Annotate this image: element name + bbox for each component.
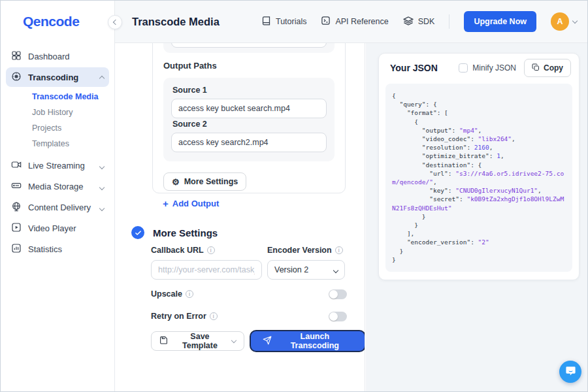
minify-json-control[interactable]: Minify JSON [459,63,516,73]
api-reference-icon [321,16,331,27]
toggle-knob [329,290,338,299]
chevron-down-icon [231,337,237,342]
nav-api-reference[interactable]: API Reference [321,16,388,27]
json-code-line: { [392,91,567,100]
info-icon[interactable] [207,246,215,254]
media-storage-icon [11,180,22,193]
minify-json-label: Minify JSON [472,63,516,73]
sidebar-item-statistics[interactable]: Statistics [6,239,109,259]
add-output-label: Add Output [172,199,219,208]
form-actions: Save Template Launch Transcoding [151,331,365,351]
rocket-icon [263,336,272,347]
json-code-line: } [392,212,567,221]
output-paths-label: Output Paths [163,61,345,71]
video-player-icon [11,222,22,235]
json-code-line: { [392,118,567,126]
toggle-knob [329,312,338,321]
chevron-down-icon [572,18,578,23]
json-code-line: "output": "mp4", [392,126,567,135]
more-settings-button[interactable]: ⚙ More Settings [163,172,246,191]
more-settings-section-header: More Settings [131,226,218,239]
add-output-link[interactable]: + Add Output [163,198,219,209]
chevron-down-icon [100,182,104,191]
sidebar-collapse-button[interactable] [108,15,122,29]
upscale-toggle[interactable] [329,289,347,299]
json-code-line: "format": [ [392,108,567,117]
nav-sdk[interactable]: SDK [403,16,435,28]
sidebar-item-transcode-media[interactable]: Transcode Media [1,89,114,105]
save-icon [159,336,168,346]
sidebar-item-label: Media Storage [28,182,84,191]
sidebar-item-live-streaming[interactable]: Live Streaming [6,155,109,175]
json-code-line: "optimize_bitrate": 1, [392,152,567,160]
save-template-button[interactable]: Save Template [151,331,244,351]
sdk-icon [403,16,414,28]
sidebar-item-templates[interactable]: Templates [1,136,114,152]
upgrade-now-button[interactable]: Upgrade Now [464,11,536,32]
clipped-input[interactable] [171,43,327,48]
json-code-line: "query": { [392,100,567,108]
json-title: Your JSON [390,63,438,73]
json-code-line: "key": "CNUD0gIlerxucyN1Qur1", [392,186,567,195]
sidebar-item-video-player[interactable]: Video Player [6,218,109,238]
launch-transcoding-button[interactable]: Launch Transcoding [251,331,365,351]
sidebar-item-transcoding[interactable]: Transcoding [6,67,109,87]
callback-url-label: Callback URL [151,246,215,255]
sidebar-item-label: Dashboard [28,52,70,61]
info-icon[interactable] [210,312,218,320]
dashboard-icon [11,50,22,63]
statistics-icon [11,243,22,255]
source-2-input[interactable] [171,133,327,152]
json-code[interactable]: { "query": { "format": [ { "output": "mp… [385,84,572,272]
page-title: Transcode Media [132,16,220,28]
app-frame: Transcode Media Tutorials API Reference … [0,0,588,392]
header-divider [449,14,449,29]
sidebar-item-job-history[interactable]: Job History [1,105,114,120]
sidebar-item-content-delivery[interactable]: Content Delivery [6,197,109,217]
live-streaming-icon [11,159,22,172]
json-preview-panel: Your JSON Minify JSON Copy { "query": { … [366,43,587,391]
json-code-line: ], [392,229,567,238]
info-icon[interactable] [186,290,193,298]
source-1-label: Source 1 [172,86,327,95]
sidebar-item-media-storage[interactable]: Media Storage [6,176,109,196]
json-code-line: } [392,221,567,229]
copy-button[interactable]: Copy [524,59,571,77]
info-icon[interactable] [335,246,343,254]
sidebar-item-projects[interactable]: Projects [1,120,114,136]
encoder-version-value: Version 2 [274,265,308,274]
upscale-label: Upscale [151,289,193,299]
chevron-down-icon [100,203,104,212]
sidebar-item-label: Transcoding [28,73,78,82]
header: Transcode Media Tutorials API Reference … [115,1,587,43]
clipped-settings-card [163,43,335,53]
retry-on-error-toggle[interactable] [329,312,347,321]
callback-url-input[interactable] [151,260,262,280]
json-code-line: "resolution": 2160, [392,143,567,152]
source-1-input[interactable] [171,99,327,118]
json-code-line: } [392,247,567,255]
json-code-line: "video_codec": "libx264", [392,135,567,143]
transcoding-submenu: Transcode Media Job History Projects Tem… [1,89,114,152]
check-icon[interactable] [131,226,144,239]
source-2-label: Source 2 [172,120,327,129]
encoder-version-label: Encoder Version [267,246,343,255]
json-code-line: } [392,255,567,264]
chat-widget-button[interactable] [559,361,581,383]
sidebar-item-dashboard[interactable]: Dashboard [6,46,109,66]
minify-json-checkbox[interactable] [459,63,468,73]
json-code-line: "destination": { [392,161,567,169]
nav-tutorials[interactable]: Tutorials [261,16,306,27]
chat-icon [565,365,576,379]
nav-sdk-label: SDK [418,17,435,26]
account-menu[interactable]: A [551,12,577,31]
more-settings-heading: More Settings [153,227,218,238]
encoder-version-select[interactable]: Version 2 [267,260,345,280]
avatar[interactable]: A [551,12,569,31]
sidebar-item-label: Video Player [28,223,76,233]
output-format-card: Output Paths Source 1 Source 2 ⚙ More Se… [152,43,346,193]
sidebar-nav: Dashboard Transcoding Transcode Media Jo… [1,46,114,259]
qencode-logo[interactable]: Qencode [23,14,114,29]
output-paths-card: Source 1 Source 2 [163,78,335,161]
header-nav: Tutorials API Reference SDK Upgrade Now … [261,11,587,32]
